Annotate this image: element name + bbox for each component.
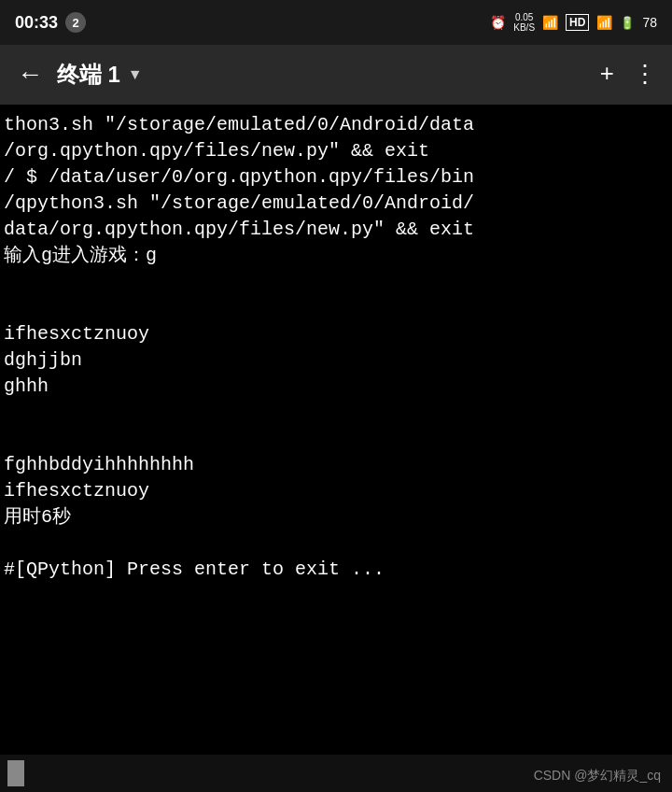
status-right: ⏰ 0.05 KB/S 📶 HD 📶 🔋 78 bbox=[490, 12, 657, 33]
alarm-icon: ⏰ bbox=[490, 15, 506, 30]
add-terminal-button[interactable]: + bbox=[599, 61, 614, 89]
cursor bbox=[7, 760, 24, 786]
dropdown-icon[interactable]: ▼ bbox=[128, 66, 143, 83]
more-options-button[interactable]: ⋮ bbox=[633, 60, 657, 90]
status-left: 00:33 2 bbox=[15, 12, 86, 33]
data-speed: 0.05 KB/S bbox=[513, 12, 535, 33]
back-button[interactable]: ← bbox=[15, 57, 46, 93]
battery-level: 78 bbox=[642, 15, 657, 30]
notification-badge: 2 bbox=[65, 12, 86, 33]
wifi-icon: 📶 bbox=[542, 15, 558, 30]
status-bar: 00:33 2 ⏰ 0.05 KB/S 📶 HD 📶 🔋 78 bbox=[0, 0, 672, 45]
toolbar-title-area: 终端 1 ▼ bbox=[57, 60, 589, 90]
battery-icon: 🔋 bbox=[620, 16, 635, 30]
data-speed-unit: KB/S bbox=[513, 22, 535, 33]
watermark: CSDN @梦幻精灵_cq bbox=[534, 768, 661, 785]
hd-icon: HD bbox=[566, 14, 589, 31]
toolbar: ← 终端 1 ▼ + ⋮ bbox=[0, 45, 672, 105]
toolbar-actions: + ⋮ bbox=[599, 60, 657, 90]
status-time: 00:33 bbox=[15, 13, 58, 33]
signal-icon: 📶 bbox=[596, 15, 612, 30]
terminal-output: thon3.sh "/storage/emulated/0/Android/da… bbox=[0, 105, 672, 755]
data-speed-value: 0.05 bbox=[515, 12, 533, 22]
terminal-title: 终端 1 bbox=[57, 60, 120, 90]
